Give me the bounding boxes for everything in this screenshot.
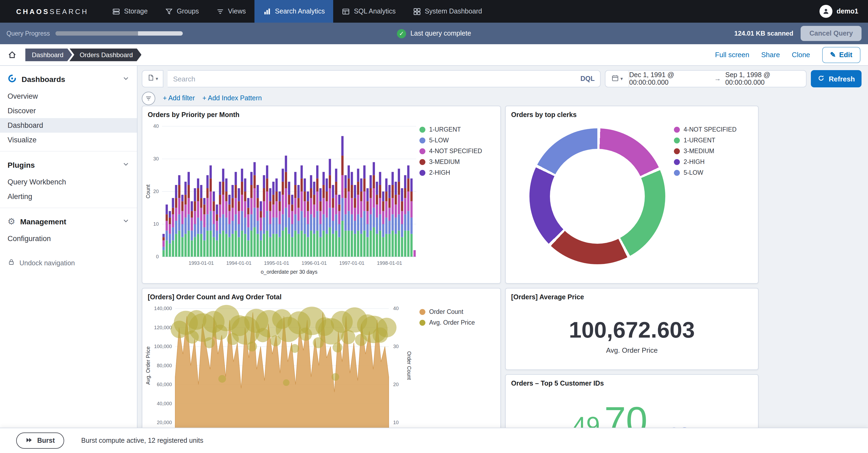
legend-item[interactable]: Order Count	[420, 308, 497, 315]
dashboards-section-header[interactable]: Dashboards	[0, 69, 137, 89]
svg-text:10: 10	[153, 221, 159, 227]
sidebar-item-query-workbench[interactable]: Query Workbench	[0, 175, 137, 189]
nav-item-groups[interactable]: Groups	[156, 0, 208, 23]
date-picker: ▾ Dec 1, 1991 @ 00:00:00.000 → Sep 1, 19…	[605, 70, 807, 87]
search-input[interactable]	[173, 75, 580, 83]
sidebar-item-alerting[interactable]: Alerting	[0, 189, 137, 204]
nav-item-storage[interactable]: Storage	[103, 0, 156, 23]
svg-text:o_orderdate per 30 days: o_orderdate per 30 days	[261, 269, 317, 275]
legend-label: Avg. Order Price	[429, 319, 475, 326]
legend-item[interactable]: 5-LOW	[420, 137, 497, 144]
panel-title: Orders – Top 5 Customer IDs	[506, 375, 758, 389]
legend-item[interactable]: 3-MEDIUM	[420, 158, 497, 165]
sql-analytics-icon	[342, 7, 350, 16]
priority-chart-svg: 0102030401993-01-011994-01-011995-01-011…	[145, 121, 418, 281]
panel-average-price: [Orders] Average Price 100,672.603 Avg. …	[505, 288, 758, 370]
panel-title: Orders by Priority per Month	[142, 106, 500, 121]
legend-swatch	[420, 309, 425, 315]
sidebar-section-management: ⚙ Management Configuration	[0, 208, 137, 250]
gear-icon: ⚙	[7, 217, 16, 226]
legend-swatch	[674, 126, 680, 132]
refresh-button[interactable]: Refresh	[811, 70, 862, 87]
date-from[interactable]: Dec 1, 1991 @ 00:00:00.000	[629, 71, 710, 86]
legend-swatch	[420, 170, 425, 176]
filter-options-icon[interactable]	[142, 91, 155, 105]
legend-label: 5-LOW	[429, 137, 449, 144]
svg-text:100,000: 100,000	[154, 343, 172, 349]
plugins-section-header[interactable]: Plugins	[0, 155, 137, 175]
legend-swatch	[674, 148, 680, 154]
dql-button[interactable]: DQL	[580, 75, 595, 83]
sidebar-item-dashboard[interactable]: Dashboard	[0, 118, 137, 133]
filter-row: + Add filter + Add Index Pattern	[142, 91, 262, 105]
scanned-amount: 124.01 KB scanned	[734, 30, 793, 37]
legend-item[interactable]: 4-NOT SPECIFIED	[420, 148, 497, 154]
panel-title: Orders by top clerks	[506, 106, 758, 121]
brand-light: SEARCH	[50, 7, 88, 16]
calendar-icon	[611, 74, 619, 83]
legend-item[interactable]: 1-URGENT	[674, 137, 751, 144]
legend-swatch	[420, 148, 425, 154]
legend-item[interactable]: Avg. Order Price	[420, 319, 497, 326]
management-section-header[interactable]: ⚙ Management	[0, 212, 137, 231]
chevron-down-icon[interactable]	[122, 75, 129, 84]
chevron-down-icon[interactable]	[122, 161, 129, 169]
brand-bold: CHAOS	[16, 7, 50, 16]
add-filter-link[interactable]: + Add filter	[163, 94, 195, 102]
calendar-dropdown-button[interactable]: ▾	[606, 71, 629, 87]
svg-text:60,000: 60,000	[157, 382, 172, 387]
undock-navigation[interactable]: Undock navigation	[0, 250, 137, 276]
svg-text:1998-01-01: 1998-01-01	[377, 260, 402, 266]
breadcrumb-dashboard[interactable]: Dashboard	[25, 48, 72, 61]
sidebar-section-plugins: Plugins Query Workbench Alerting	[0, 151, 137, 208]
nav-item-sql-analytics[interactable]: SQL Analytics	[334, 0, 404, 23]
svg-text:20: 20	[393, 382, 399, 387]
cancel-query-button[interactable]: Cancel Query	[801, 26, 862, 41]
legend-item[interactable]: 5-LOW	[674, 169, 751, 176]
edit-label: Edit	[839, 51, 852, 59]
svg-text:30: 30	[393, 343, 399, 349]
svg-text:0: 0	[156, 254, 159, 260]
sidebar-item-discover[interactable]: Discover	[0, 103, 137, 118]
clone-link[interactable]: Clone	[792, 51, 810, 59]
breadcrumb: Dashboard Orders Dashboard	[25, 48, 142, 61]
legend-swatch	[420, 137, 425, 143]
nav-item-system-dashboard[interactable]: System Dashboard	[404, 0, 491, 23]
sidebar-item-overview[interactable]: Overview	[0, 89, 137, 103]
breadcrumb-orders-dashboard[interactable]: Orders Dashboard	[69, 48, 141, 61]
burst-button[interactable]: Burst	[16, 432, 64, 449]
share-link[interactable]: Share	[761, 51, 780, 59]
legend-item[interactable]: 3-MEDIUM	[674, 148, 751, 154]
legend-item[interactable]: 2-HIGH	[674, 158, 751, 165]
legend-item[interactable]: 2-HIGH	[420, 169, 497, 176]
sidebar-item-visualize[interactable]: Visualize	[0, 133, 137, 147]
chevron-down-icon[interactable]	[122, 217, 129, 226]
chevron-down-icon: ▾	[620, 76, 623, 82]
edit-button[interactable]: ✎ Edit	[822, 47, 861, 63]
legend-item[interactable]: 1-URGENT	[420, 126, 497, 133]
pencil-icon: ✎	[830, 51, 836, 59]
query-progress-track	[55, 31, 183, 36]
chaossearch-app-icon	[7, 74, 17, 85]
panel-title: [Orders] Order Count and Avg Order Total	[142, 289, 500, 303]
legend-item[interactable]: 4-NOT SPECIFIED	[674, 126, 751, 133]
sidebar-section-dashboards: Dashboards Overview Discover Dashboard V…	[0, 66, 137, 151]
legend-swatch	[674, 137, 680, 143]
views-icon	[216, 7, 224, 16]
clerks-donut[interactable]	[529, 128, 665, 264]
section-title: Management	[20, 217, 66, 226]
nav-label: Groups	[177, 7, 199, 15]
chaossearch-logo[interactable]: CHAOSSEARCH	[0, 0, 103, 23]
user-menu[interactable]: demo1	[809, 0, 868, 23]
date-to[interactable]: Sep 1, 1998 @ 00:00:00.000	[725, 71, 806, 86]
svg-text:Order Count: Order Count	[406, 351, 412, 380]
legend-label: 2-HIGH	[684, 158, 705, 165]
nav-item-search-analytics[interactable]: Search Analytics	[254, 0, 334, 23]
home-icon[interactable]	[7, 50, 17, 59]
add-index-pattern-link[interactable]: + Add Index Pattern	[203, 94, 262, 102]
full-screen-link[interactable]: Full screen	[715, 51, 749, 59]
sidebar-item-configuration[interactable]: Configuration	[0, 231, 137, 246]
user-name: demo1	[836, 7, 858, 15]
nav-item-views[interactable]: Views	[208, 0, 254, 23]
saved-query-button[interactable]: ▾	[142, 70, 163, 87]
